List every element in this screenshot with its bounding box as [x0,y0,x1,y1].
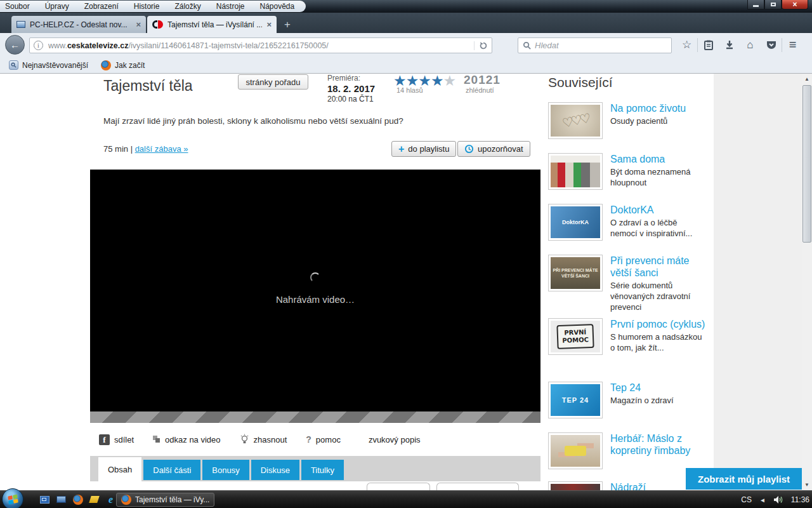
filter-select[interactable] [367,483,430,490]
thumbnail[interactable]: TEP 24 [548,382,603,418]
window-switcher-icon[interactable] [39,494,50,505]
vertical-scrollbar[interactable]: ▲ ▼ [802,74,812,490]
sort-select[interactable] [436,483,519,490]
thumbnail[interactable]: ♡♡♡ [548,102,603,139]
downloads-icon[interactable] [719,35,740,55]
pocket-icon[interactable] [761,35,782,55]
home-icon[interactable]: ⌂ [740,35,761,55]
tab-diskuse[interactable]: Diskuse [251,460,299,480]
menu-nastroje[interactable]: Nástroje [216,2,245,11]
related-title[interactable]: První pomoc (cyklus) [610,318,705,330]
tab-dalsi-casti[interactable]: Další části [143,460,200,480]
related-title[interactable]: DoktorKA [610,204,705,216]
thumbnail[interactable]: DoktorKA [548,204,603,241]
firefox-launcher-icon[interactable] [72,494,83,505]
sidebar-heading: Související [548,75,613,90]
reload-icon[interactable] [474,41,488,50]
hamburger-menu-icon[interactable]: ≡ [782,35,803,55]
new-tab-button[interactable]: + [284,18,291,31]
bookmark-star-icon[interactable]: ☆ [676,35,697,55]
thumbnail[interactable]: PRVNÍ POMOC [548,318,603,355]
related-title[interactable]: Při prevenci máte větší šanci [610,255,705,279]
audio-description-link[interactable]: zvukový popis [369,435,421,444]
butter-graphic [565,446,586,456]
scroll-down-arrow[interactable]: ▼ [802,479,812,490]
show-desktop-icon[interactable] [56,494,67,505]
tab-bonusy[interactable]: Bonusy [202,460,249,480]
tab-close-icon[interactable]: × [136,20,141,29]
help-link[interactable]: ? pomoc [306,434,341,444]
related-desc: Osudy pacientů [610,116,705,126]
close-button[interactable]: × [782,0,808,10]
thumbnail[interactable] [548,153,603,190]
search-box[interactable] [518,37,672,53]
tab-strip: PC-HELP.CZ - Odeslat nov... × Tajemství … [0,13,812,33]
app-launcher-icon[interactable] [89,494,100,505]
question-icon: ? [306,434,311,444]
premiere-date: 18. 2. 2017 [327,83,375,94]
menu-zalozky[interactable]: Záložky [174,2,200,11]
back-button[interactable]: ← [5,35,25,55]
bookmark-most-visited[interactable]: Nejnavštěvovanější [5,60,92,70]
tab-close-icon[interactable]: × [266,20,272,29]
scroll-up-arrow[interactable]: ▲ [802,74,812,84]
page-title: Tajemství těla [103,77,193,95]
language-indicator[interactable]: CS [741,495,752,504]
windows-taskbar: e Tajemství těla — iVy... CS ◄ 11:36 [0,490,812,508]
thumbnail[interactable] [548,432,603,469]
taskbar-task-firefox[interactable]: Tajemství těla — iVy... [116,493,214,507]
related-title[interactable]: Herbář: Máslo z kopretiny řimbaby [610,432,705,457]
search-icon [523,41,531,50]
star-icon: ★ [431,74,443,89]
bookmarks-bar: Nejnavštěvovanější Jak začít [0,57,812,74]
url-text[interactable]: www.ceskatelevize.cz/ivysilani/114606148… [48,41,474,50]
restore-button[interactable] [764,0,782,10]
tab-obsah[interactable]: Obsah [98,457,141,481]
browser-tab-tajemstvi[interactable]: Tajemství těla — iVysílání ... × [147,16,277,33]
folder-search-icon [9,60,18,70]
add-to-playlist-button[interactable]: + do playlistu [391,141,456,157]
scrollbar-thumb[interactable] [802,85,811,243]
lights-off[interactable]: zhasnout [240,434,287,445]
menu-upravy[interactable]: Úpravy [45,2,69,11]
menu-soubor[interactable]: Soubor [5,2,30,11]
premiere-info: Premiéra: 18. 2. 2017 20:00 na ČT1 [327,74,375,104]
search-input[interactable] [535,41,667,50]
internet-explorer-icon[interactable]: e [105,494,116,505]
related-title[interactable]: Tep 24 [610,382,705,394]
volume-icon[interactable] [773,495,783,504]
tab-titulky[interactable]: Titulky [301,460,344,480]
browser-tab-pchelp[interactable]: PC-HELP.CZ - Odeslat nov... × [11,16,146,33]
notify-button[interactable]: upozorňovat [457,141,530,157]
views-count: 20121 [464,74,501,87]
related-title[interactable]: Na pomoc životu [610,102,705,114]
site-info-icon[interactable]: i [34,41,43,50]
bookmark-getting-started[interactable]: Jak začít [97,60,148,70]
content-tab-band: Obsah Další části Bonusy Diskuse Titulky [90,456,540,481]
menu-zobrazeni[interactable]: Zobrazení [84,2,119,11]
thumbnail[interactable]: PŘI PREVENCI MÁTE VĚTŠÍ ŠANCI [548,255,603,291]
hidden-icons-chevron[interactable]: ◄ [759,497,766,504]
url-bar[interactable]: i www.ceskatelevize.cz/ivysilani/1146061… [29,37,492,53]
show-pages-button[interactable]: stránky pořadu [238,74,308,90]
player-progress-stripes[interactable] [90,411,540,423]
menu-historie[interactable]: Historie [134,2,160,11]
video-player[interactable]: Nahrávám video… [90,170,540,411]
premiere-channel: 20:00 na ČT1 [327,95,375,104]
bookmarks-menu-icon[interactable] [698,35,719,55]
minimize-button[interactable] [747,0,764,10]
hearts-in-sand: ♡♡♡ [561,110,590,131]
share-facebook[interactable]: f sdílet [99,434,134,445]
clock[interactable]: 11:36 [791,495,809,504]
menu-napoveda[interactable]: Nápověda [259,2,294,11]
monitor-favicon [16,21,25,28]
more-entertainment-link[interactable]: další zábava » [135,144,188,154]
thumbnail[interactable] [548,481,603,490]
loading-text: Nahrávám video… [90,294,540,305]
premiere-label: Premiéra: [327,74,375,83]
related-title[interactable]: Sama doma [610,153,705,165]
start-button[interactable] [2,488,23,508]
show-my-playlist-button[interactable]: Zobrazit můj playlist [686,468,802,490]
star-icon: ★ [443,74,456,89]
video-link[interactable]: odkaz na video [153,435,220,444]
